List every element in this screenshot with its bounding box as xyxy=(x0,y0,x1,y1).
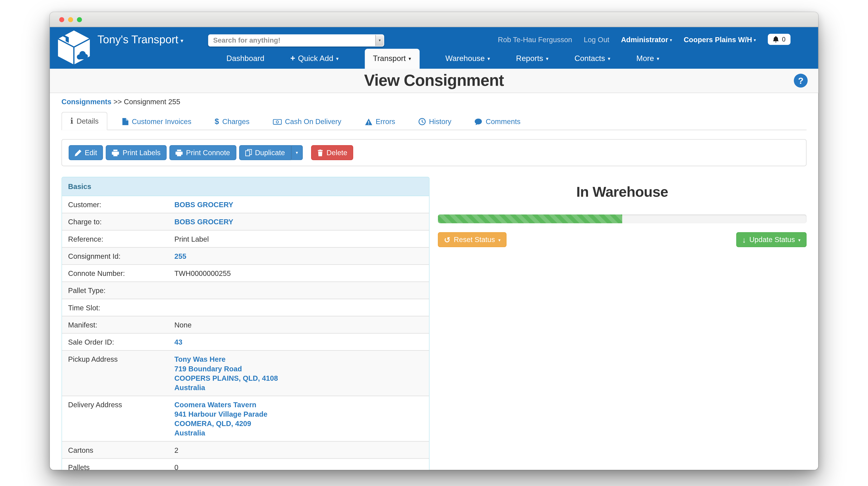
nav-item-contacts[interactable]: Contacts ▾ xyxy=(575,49,610,69)
table-row: Pallet Type: xyxy=(62,282,429,299)
edit-button[interactable]: Edit xyxy=(69,145,103,160)
tab-cash-on-delivery[interactable]: Cash On Delivery xyxy=(265,113,349,130)
tab-customer-invoices[interactable]: Customer Invoices xyxy=(114,113,200,130)
delivery-address-line[interactable]: Australia xyxy=(175,429,424,437)
copy-icon xyxy=(245,149,252,156)
delivery-address-line[interactable]: COOMERA, QLD, 4209 xyxy=(175,419,424,428)
pickup-address-line[interactable]: Australia xyxy=(175,383,424,392)
page-header: View Consignment ? xyxy=(50,69,818,93)
table-row: Pallets 0 xyxy=(62,458,429,470)
pickup-address-line[interactable]: 719 Boundary Road xyxy=(175,365,424,373)
print-labels-button[interactable]: Print Labels xyxy=(106,145,167,160)
table-row: Connote Number: TWH0000000255 xyxy=(62,264,429,282)
nav-item-transport[interactable]: Transport ▾ xyxy=(365,49,419,69)
table-row: Manifest: None xyxy=(62,316,429,333)
nav-label: Transport xyxy=(373,54,406,62)
close-window-icon[interactable] xyxy=(59,17,64,22)
delivery-address-line[interactable]: Coomera Waters Tavern xyxy=(175,401,424,409)
brand[interactable]: Tony's Transport ▾ xyxy=(97,33,183,46)
role-label: Administrator xyxy=(621,35,668,44)
field-label: Customer: xyxy=(62,196,175,213)
chevron-down-icon: ▾ xyxy=(546,56,548,62)
undo-icon: ↺ xyxy=(444,236,451,244)
warehouse-label: Coopers Plains W/H xyxy=(684,35,752,44)
chevron-down-icon: ▾ xyxy=(379,38,380,42)
status-column: In Warehouse ↺ Reset Status ▾ ↓ Update S… xyxy=(438,177,807,470)
pickup-address-line[interactable]: Tony Was Here xyxy=(175,355,424,364)
navbar: Tony's Transport ▾ ▾ Rob Te-Hau Fergusso… xyxy=(50,27,818,69)
field-label: Connote Number: xyxy=(62,265,175,282)
table-row: Reference: Print Label xyxy=(62,230,429,247)
tab-label: Cash On Delivery xyxy=(285,117,341,126)
arrow-down-icon: ↓ xyxy=(742,236,746,244)
consignment-id-link[interactable]: 255 xyxy=(175,252,187,260)
print-connote-button[interactable]: Print Connote xyxy=(169,145,236,160)
minimize-window-icon[interactable] xyxy=(68,17,73,22)
cartons-value: 2 xyxy=(175,446,178,454)
search-dropdown-toggle[interactable]: ▾ xyxy=(375,35,384,46)
zoom-window-icon[interactable] xyxy=(77,17,82,22)
page-content: Consignments >> Consignment 255 i Detail… xyxy=(50,97,818,470)
info-icon: i xyxy=(70,117,73,124)
chevron-down-icon: ▾ xyxy=(657,56,659,62)
tab-bar: i Details Customer Invoices $ Charges xyxy=(61,112,806,130)
table-row: Charge to: BOBS GROCERY xyxy=(62,213,429,230)
user-name-link[interactable]: Rob Te-Hau Fergusson xyxy=(498,35,572,44)
nav-item-warehouse[interactable]: Warehouse ▾ xyxy=(445,49,490,69)
table-row: Time Slot: xyxy=(62,299,429,316)
table-row: Customer: BOBS GROCERY xyxy=(62,196,429,213)
action-toolbar: Edit Print Labels Print Connote xyxy=(61,139,806,166)
reset-status-button[interactable]: ↺ Reset Status ▾ xyxy=(438,232,506,247)
role-menu[interactable]: Administrator ▾ xyxy=(621,35,672,44)
chevron-down-icon: ▾ xyxy=(181,37,183,44)
comment-icon xyxy=(475,118,483,125)
pencil-icon xyxy=(75,149,82,156)
warehouse-menu[interactable]: Coopers Plains W/H ▾ xyxy=(684,35,756,44)
field-label: Pickup Address xyxy=(62,351,175,396)
duplicate-dropdown-toggle[interactable]: ▾ xyxy=(291,145,303,160)
window-controls xyxy=(59,17,82,22)
brand-label: Tony's Transport xyxy=(97,33,178,46)
desktop: Tony's Transport ▾ ▾ Rob Te-Hau Fergusso… xyxy=(0,0,868,486)
customer-link[interactable]: BOBS GROCERY xyxy=(175,200,233,209)
delete-button[interactable]: Delete xyxy=(311,145,353,160)
field-label: Pallets xyxy=(62,459,175,470)
nav-label: Contacts xyxy=(575,54,605,62)
breadcrumb-consignments-link[interactable]: Consignments xyxy=(61,97,112,106)
duplicate-button[interactable]: Duplicate xyxy=(239,145,291,160)
chevron-down-icon: ▾ xyxy=(488,56,490,62)
chevron-down-icon: ▾ xyxy=(608,56,610,62)
plus-icon: + xyxy=(290,53,295,63)
nav-item-reports[interactable]: Reports ▾ xyxy=(516,49,548,69)
notifications-count: 0 xyxy=(782,36,785,42)
field-label: Delivery Address xyxy=(62,396,175,441)
sale-order-id-link[interactable]: 43 xyxy=(175,338,182,346)
update-status-button[interactable]: ↓ Update Status ▾ xyxy=(736,232,806,247)
table-row: Delivery Address Coomera Waters Tavern 9… xyxy=(62,396,429,441)
tab-charges[interactable]: $ Charges xyxy=(206,113,258,130)
delivery-address: Coomera Waters Tavern 941 Harbour Villag… xyxy=(175,396,429,441)
button-label: Print Labels xyxy=(122,148,160,157)
progress-fill xyxy=(438,215,622,223)
help-icon[interactable]: ? xyxy=(794,74,807,87)
chevron-down-icon: ▾ xyxy=(408,56,411,62)
button-label: Edit xyxy=(85,148,97,157)
search-input[interactable] xyxy=(208,34,384,46)
nav-label: More xyxy=(637,54,654,62)
log-out-link[interactable]: Log Out xyxy=(584,35,610,44)
nav-item-dashboard[interactable]: Dashboard xyxy=(226,49,265,69)
nav-item-quick-add[interactable]: + Quick Add ▾ xyxy=(290,49,339,69)
logo-box-cloud-icon[interactable] xyxy=(54,28,93,67)
pickup-address-line[interactable]: COOPERS PLAINS, QLD, 4108 xyxy=(175,374,424,382)
nav-label: Warehouse xyxy=(445,54,485,62)
charge-to-link[interactable]: BOBS GROCERY xyxy=(175,218,233,226)
chevron-down-icon: ▾ xyxy=(754,37,756,42)
breadcrumb: Consignments >> Consignment 255 xyxy=(61,97,806,106)
delivery-address-line[interactable]: 941 Harbour Village Parade xyxy=(175,410,424,418)
tab-details[interactable]: i Details xyxy=(61,112,107,130)
nav-item-more[interactable]: More ▾ xyxy=(637,49,659,69)
tab-comments[interactable]: Comments xyxy=(466,113,529,130)
tab-history[interactable]: History xyxy=(410,113,460,130)
tab-errors[interactable]: Errors xyxy=(356,113,404,130)
notifications-button[interactable]: 0 xyxy=(768,34,790,45)
